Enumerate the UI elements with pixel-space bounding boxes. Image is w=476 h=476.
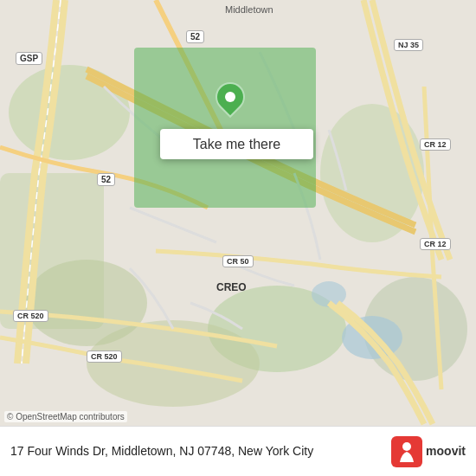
pin-body <box>209 76 251 118</box>
route-badge-nj35: NJ 35 <box>394 39 423 51</box>
location-highlight <box>134 48 316 208</box>
address-text: 17 Four Winds Dr, Middletown, NJ 07748, … <box>10 443 391 459</box>
map-container: 52 52 NJ 35 CR 12 CR 12 GSP CR 50 CR 520… <box>0 0 476 476</box>
route-badge-cr12-bot: CR 12 <box>420 238 451 250</box>
route-badge-gsp-top: GSP <box>16 52 42 65</box>
route-badge-cr50: CR 50 <box>222 255 254 267</box>
osm-credit: © OpenStreetMap contributors <box>4 411 127 422</box>
moovit-icon <box>391 436 422 467</box>
svg-point-10 <box>402 442 411 451</box>
route-badge-cr12-top: CR 12 <box>420 138 451 151</box>
take-me-there-button[interactable]: Take me there <box>160 129 313 159</box>
moovit-text: moovit <box>426 444 466 459</box>
moovit-name: moovit <box>426 444 466 459</box>
moovit-logo[interactable]: moovit <box>391 436 466 467</box>
route-badge-52-top: 52 <box>186 30 204 43</box>
svg-point-7 <box>26 260 147 346</box>
middletown-label: Middletown <box>225 4 273 15</box>
route-badge-52-mid: 52 <box>97 173 115 186</box>
route-badge-cr520-mid: CR 520 <box>87 351 122 363</box>
location-pin <box>215 82 246 120</box>
route-badge-cr520-left: CR 520 <box>13 310 48 322</box>
bottom-bar: 17 Four Winds Dr, Middletown, NJ 07748, … <box>0 426 476 476</box>
creo-label: CREO <box>216 281 247 293</box>
